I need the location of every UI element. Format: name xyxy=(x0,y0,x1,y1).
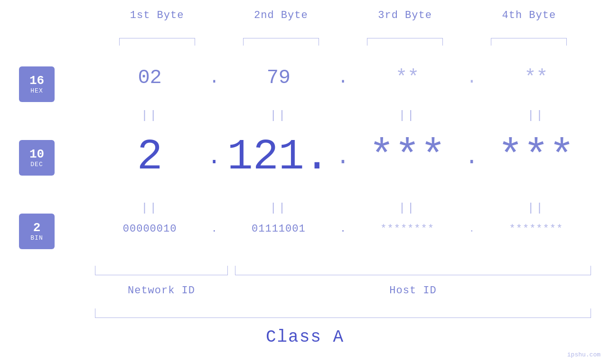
eq2-b2: || xyxy=(224,202,333,215)
eq1-b3: || xyxy=(353,109,462,122)
top-brackets xyxy=(95,38,591,46)
bin-badge-num: 2 xyxy=(33,221,41,235)
header-byte1: 1st Byte xyxy=(95,9,219,21)
eq2-b4: || xyxy=(481,202,591,215)
dec-dot2: . xyxy=(334,144,353,170)
bin-b1: 00000010 xyxy=(95,223,205,235)
dec-badge: 10 DEC xyxy=(19,140,55,176)
bin-row: 00000010 . 01111001 . ******** . *******… xyxy=(95,223,591,235)
bin-dot3: . xyxy=(462,224,481,234)
eq1-b2: || xyxy=(224,109,333,122)
network-id-label: Network ID xyxy=(95,285,228,297)
bracket-b3 xyxy=(367,38,443,46)
equals-row1: || || || || xyxy=(95,109,591,122)
host-id-label: Host ID xyxy=(235,285,591,297)
hex-dot1: . xyxy=(205,68,224,88)
bin-badge: 2 BIN xyxy=(19,214,55,249)
hex-dot2: . xyxy=(334,68,353,88)
header-byte4: 4th Byte xyxy=(467,9,591,21)
hex-badge-num: 16 xyxy=(29,74,44,88)
eq1-b1: || xyxy=(95,109,205,122)
eq2-b3: || xyxy=(353,202,462,215)
dec-b2: 121. xyxy=(224,133,333,181)
dec-row: 2 . 121. . *** . *** xyxy=(95,133,591,181)
byte-headers: 1st Byte 2nd Byte 3rd Byte 4th Byte xyxy=(95,9,591,21)
bin-dot2: . xyxy=(334,224,353,234)
main-container: 1st Byte 2nd Byte 3rd Byte 4th Byte 16 H… xyxy=(0,0,610,364)
hex-badge-label: HEX xyxy=(30,87,43,94)
watermark: ipshu.com xyxy=(567,351,601,358)
hex-b3: ** xyxy=(353,66,462,89)
dec-dot3: . xyxy=(462,144,481,170)
dec-badge-label: DEC xyxy=(30,161,43,168)
eq2-b1: || xyxy=(95,202,205,215)
full-bottom-bracket xyxy=(95,308,591,318)
bin-b4: ******** xyxy=(481,223,591,235)
class-label: Class A xyxy=(0,327,610,347)
hex-b1: 02 xyxy=(95,66,205,89)
hex-b2: 79 xyxy=(224,66,333,89)
dec-dot1: . xyxy=(205,144,224,170)
bin-b2: 01111001 xyxy=(224,223,333,235)
hex-row: 02 . 79 . ** . ** xyxy=(95,66,591,89)
header-byte2: 2nd Byte xyxy=(219,9,343,21)
header-byte3: 3rd Byte xyxy=(343,9,467,21)
bin-badge-label: BIN xyxy=(30,234,43,242)
base-badges: 16 HEX 10 DEC 2 BIN xyxy=(19,66,55,249)
host-bracket xyxy=(235,266,591,275)
dec-b4: *** xyxy=(481,133,591,181)
bin-dot1: . xyxy=(205,224,224,234)
bracket-b4 xyxy=(491,38,567,46)
eq1-b4: || xyxy=(481,109,591,122)
network-bracket xyxy=(95,266,228,275)
hex-dot3: . xyxy=(462,68,481,88)
bracket-b1 xyxy=(119,38,195,46)
dec-b1: 2 xyxy=(95,133,205,181)
hex-badge: 16 HEX xyxy=(19,66,55,102)
hex-b4: ** xyxy=(481,66,591,89)
equals-row2: || || || || xyxy=(95,202,591,215)
dec-badge-num: 10 xyxy=(29,148,44,161)
bin-b3: ******** xyxy=(353,223,462,235)
dec-b3: *** xyxy=(353,133,462,181)
bracket-b2 xyxy=(243,38,319,46)
